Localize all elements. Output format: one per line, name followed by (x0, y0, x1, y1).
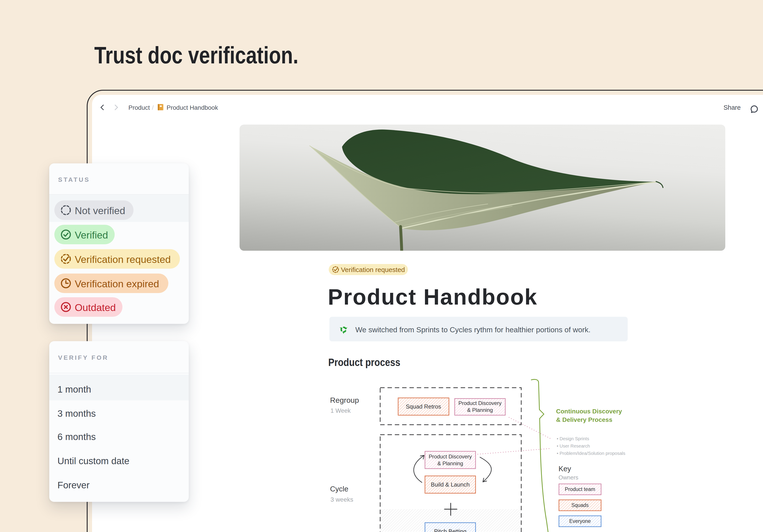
svg-text:Build & Launch: Build & Launch (431, 481, 470, 488)
svg-text:• Problem/Idea/Solution propos: • Problem/Idea/Solution proposals (557, 451, 625, 456)
svg-text:Cycle: Cycle (330, 485, 349, 493)
svg-text:Regroup: Regroup (330, 396, 359, 404)
svg-text:Squads: Squads (571, 502, 589, 508)
svg-text:1 Week: 1 Week (330, 407, 351, 414)
svg-text:Owners: Owners (559, 474, 579, 481)
svg-text:& Planning: & Planning (437, 460, 463, 466)
svg-text:Product Discovery: Product Discovery (459, 400, 502, 406)
svg-text:Pitch Betting: Pitch Betting (434, 528, 467, 532)
svg-text:& Delivery Process: & Delivery Process (556, 416, 612, 423)
svg-text:Product Discovery: Product Discovery (429, 454, 472, 460)
svg-text:Everyone: Everyone (569, 518, 591, 524)
svg-text:Key: Key (559, 465, 571, 473)
svg-text:Continuous Discovery: Continuous Discovery (556, 408, 622, 415)
svg-text:• Design Sprints: • Design Sprints (557, 436, 589, 441)
svg-text:Squad Retros: Squad Retros (406, 403, 441, 410)
svg-text:Product team: Product team (565, 486, 595, 492)
svg-text:• User Research: • User Research (557, 443, 590, 448)
svg-text:3 weeks: 3 weeks (330, 496, 353, 503)
svg-text:& Planning: & Planning (467, 407, 493, 413)
